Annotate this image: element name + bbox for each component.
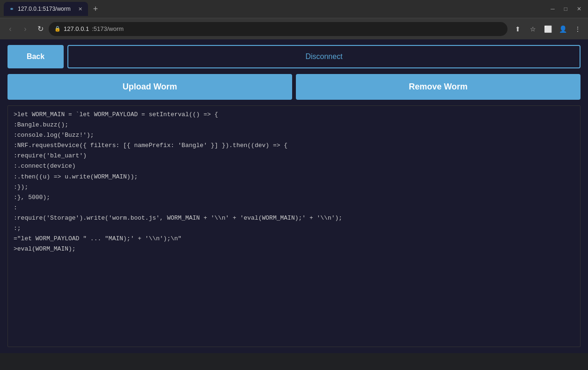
console-line: >let WORM_MAIN = `let WORM_PAYLOAD = set… [14,110,574,120]
upload-worm-button[interactable]: Upload Worm [7,74,292,100]
console-line: :require('ble_uart') [14,151,574,161]
console-line: ="let WORM_PAYLOAD " ... "MAIN);' + '\\n… [14,234,574,244]
remove-worm-button[interactable]: Remove Worm [296,74,581,100]
back-button[interactable]: Back [7,45,64,68]
lock-icon: 🔒 [54,26,61,32]
tab-close-icon[interactable]: ✕ [78,6,82,12]
refresh-button[interactable]: ↻ [34,22,47,36]
tablet-mode-icon[interactable]: ⬜ [541,22,554,36]
profile-icon[interactable]: 👤 [556,22,569,36]
console-line: :.then((u) => u.write(WORM_MAIN)); [14,172,574,182]
console-line: :console.log('Buzz!'); [14,130,574,141]
console-line: : [14,203,574,213]
console-line: :Bangle.buzz(); [14,120,574,130]
close-button[interactable]: ✕ [574,5,584,13]
tab-title: 127.0.0.1:5173/worm [18,6,71,12]
window-controls: ─ □ ✕ [548,5,584,13]
console-line: :}, 5000); [14,192,574,203]
share-icon[interactable]: ⬆ [511,22,524,36]
console-area[interactable]: >let WORM_MAIN = `let WORM_PAYLOAD = set… [7,105,581,347]
toolbar-right: ⬆ ☆ ⬜ 👤 ⋮ [511,22,584,36]
console-line: :.connect(device) [14,161,574,171]
console-line: :}); [14,182,574,192]
address-base: 127.0.0.1 [64,25,89,32]
new-tab-button[interactable]: + [90,3,101,15]
browser-chrome: ⚭ 127.0.0.1:5173/worm ✕ + ─ □ ✕ ‹ › ↻ 🔒 … [0,0,588,39]
console-line: :require('Storage').write('worm.boot.js'… [14,213,574,223]
menu-icon[interactable]: ⋮ [571,22,584,36]
top-row: Back Disconnect [7,45,581,68]
disconnect-button[interactable]: Disconnect [67,45,581,68]
maximize-button[interactable]: □ [561,5,570,13]
address-bar[interactable]: 🔒 127.0.0.1:5173/worm [49,22,507,36]
active-tab[interactable]: ⚭ 127.0.0.1:5173/worm ✕ [4,2,88,16]
bookmark-icon[interactable]: ☆ [526,22,539,36]
app-content: Back Disconnect Upload Worm Remove Worm … [0,39,588,353]
forward-nav-button[interactable]: › [19,22,32,36]
title-bar: ⚭ 127.0.0.1:5173/worm ✕ + ─ □ ✕ [0,0,588,18]
action-row: Upload Worm Remove Worm [7,74,581,100]
address-port: :5173/worm [92,25,124,32]
console-line: :NRF.requestDevice({ filters: [{ namePre… [14,141,574,151]
minimize-button[interactable]: ─ [548,5,558,13]
navigation-toolbar: ‹ › ↻ 🔒 127.0.0.1:5173/worm ⬆ ☆ ⬜ 👤 ⋮ [0,18,588,39]
back-nav-button[interactable]: ‹ [4,22,17,36]
console-line: >eval(WORM_MAIN); [14,244,574,254]
console-line: :; [14,223,574,234]
tab-bluetooth-icon: ⚭ [9,6,14,12]
